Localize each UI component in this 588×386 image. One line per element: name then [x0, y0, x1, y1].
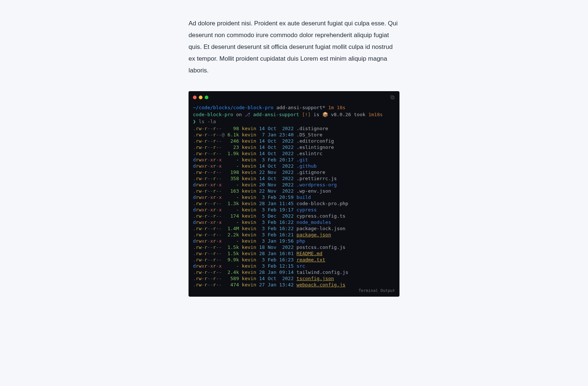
- list-item: drwxr-xr-x - kevin 3 Feb 20:59 build: [193, 194, 395, 200]
- prompt2-bang: [!]: [302, 112, 311, 117]
- prompt2-version: v8.0.26: [331, 112, 351, 117]
- prompt2-branch: add-ansi-support: [253, 112, 299, 117]
- intro-paragraph: Ad dolore proident nisi. Proident ex aut…: [189, 18, 399, 76]
- window-close-dot[interactable]: [193, 96, 197, 99]
- window-minimize-dot[interactable]: [199, 96, 202, 99]
- list-item: .rw-r--r-- 9.9k kevin 3 Feb 16:23 readme…: [193, 257, 395, 263]
- list-item: .rw-r--r-- 163 kevin 22 Nov 2022 .wp-env…: [193, 188, 395, 194]
- list-item: .rw-r--r-- 1.3k kevin 28 Jan 11:45 code-…: [193, 200, 395, 207]
- command-text: ls -la: [199, 119, 216, 124]
- file-listing: .rw-r--r-- 98 kevin 14 Oct 2022 .distign…: [193, 125, 395, 288]
- list-item: .rw-r--r-- 358 kevin 14 Oct 2022 .pretti…: [193, 175, 395, 182]
- svg-rect-1: [391, 96, 393, 98]
- list-item: .rw-r--r-- 1.5k kevin 18 Nov 2022 postcs…: [193, 244, 395, 250]
- branch-icon: ⎇: [245, 112, 250, 117]
- list-item: .rw-r--r-- 198 kevin 22 Nov 2022 .gitign…: [193, 169, 395, 175]
- list-item: .rw-r--r-- 1.4M kevin 3 Feb 16:22 packag…: [193, 225, 395, 232]
- list-item: .rw-r--r-- 1.9k kevin 14 Oct 2022 .eslin…: [193, 150, 395, 157]
- list-item: .rw-r--r-- 1.5k kevin 28 Jan 16:01 READM…: [193, 250, 395, 257]
- window-maximize-dot[interactable]: [205, 96, 208, 99]
- list-item: .rw-r--r-- 2.2k kevin 3 Feb 16:21 packag…: [193, 232, 395, 238]
- list-item: drwxr-xr-x - kevin 3 Feb 20:17 .git: [193, 157, 395, 163]
- list-item: drwxr-xr-x - kevin 3 Feb 12:15 src: [193, 263, 395, 269]
- prompt-duration: 1m 18s: [328, 105, 345, 110]
- terminal-body: ~/code/blocks/code-block-pro add-ansi-su…: [189, 102, 399, 288]
- prompt2-repo: code-block-pro: [193, 112, 233, 117]
- list-item: .rw-r--r-- 474 kevin 27 Jan 13:42 webpac…: [193, 282, 395, 288]
- list-item: drwxr-xr-x - kevin 20 Nov 2022 .wordpres…: [193, 182, 395, 188]
- prompt2-on: on: [236, 112, 242, 117]
- list-item: drwxr-xr-x - kevin 14 Oct 2022 .github: [193, 163, 395, 169]
- list-item: .rw-r--r-- 589 kevin 14 Oct 2022 tsconfi…: [193, 275, 395, 282]
- list-item: .rw-r--r--@ 6.1k kevin 7 Jan 23:40 .DS_S…: [193, 132, 395, 138]
- list-item: .rw-r--r-- 2.4k kevin 28 Jan 09:14 tailw…: [193, 269, 395, 275]
- list-item: .rw-r--r-- 23 kevin 14 Oct 2022 .eslinti…: [193, 144, 395, 150]
- list-item: drwxr-xr-x - kevin 3 Feb 16:22 node_modu…: [193, 219, 395, 225]
- list-item: .rw-r--r-- 246 kevin 14 Oct 2022 .editor…: [193, 138, 395, 144]
- terminal-block: ~/code/blocks/code-block-pro add-ansi-su…: [189, 91, 399, 297]
- terminal-header: [189, 91, 399, 102]
- command-line: ❯ ls -la: [193, 118, 395, 125]
- prompt2-took: took: [354, 112, 365, 117]
- prompt-branch: add-ansi-support*: [276, 105, 325, 110]
- prompt-line-1: ~/code/blocks/code-block-pro add-ansi-su…: [193, 104, 395, 111]
- prompt-path: ~/code/blocks/code-block-pro: [193, 105, 273, 110]
- prompt-arrow-icon: ❯: [193, 119, 196, 124]
- prompt2-duration: 1m18s: [368, 112, 383, 117]
- copy-icon[interactable]: [390, 95, 395, 100]
- list-item: .rw-r--r-- 98 kevin 14 Oct 2022 .distign…: [193, 125, 395, 132]
- svg-rect-0: [392, 97, 394, 99]
- list-item: drwxr-xr-x - kevin 3 Jan 19:56 php: [193, 238, 395, 244]
- prompt2-is: is: [313, 112, 319, 117]
- list-item: drwxr-xr-x - kevin 3 Feb 19:17 cypress: [193, 207, 395, 213]
- list-item: .rw-r--r-- 174 kevin 5 Dec 2022 cypress.…: [193, 213, 395, 219]
- prompt-line-2: code-block-pro on ⎇ add-ansi-support [!]…: [193, 111, 395, 118]
- package-icon: 📦: [322, 112, 328, 117]
- terminal-footer-label: Terminal Output: [359, 287, 395, 294]
